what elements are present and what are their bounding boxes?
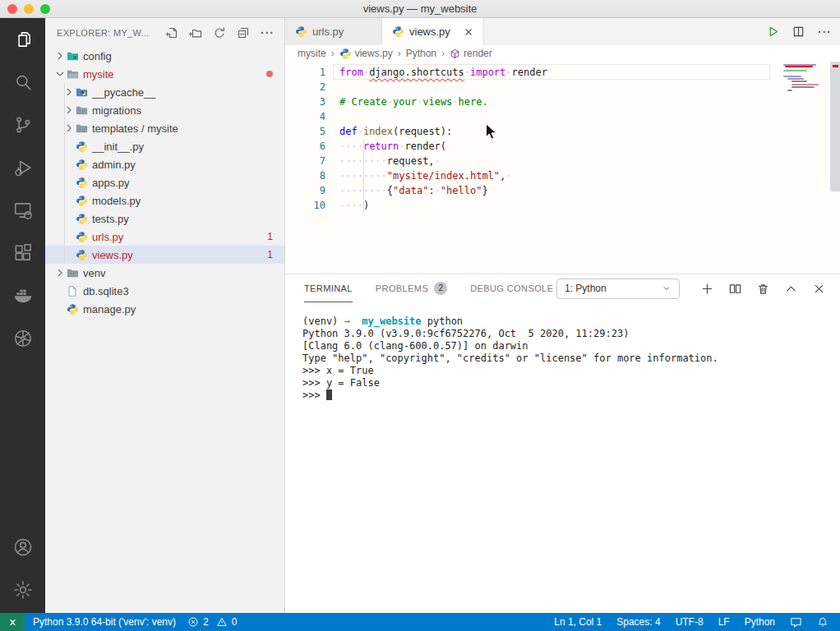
tree-item-apps-py[interactable]: apps.py [45,173,284,191]
breadcrumb-separator: › [331,48,335,59]
close-panel-icon[interactable] [813,283,825,295]
terminal-output[interactable]: (venv) → my_website pythonPython 3.9.0 (… [285,302,840,402]
code-line[interactable]: ········{"data":·"hello"} [339,183,547,198]
code-line[interactable]: ········request,· [339,154,547,168]
code-line[interactable]: ····) [339,198,547,213]
run-icon[interactable] [767,25,779,38]
tree-item-mysite[interactable]: mysite [45,65,284,83]
split-terminal-icon[interactable] [729,283,741,295]
tree-item--pycache-[interactable]: __pycache__ [45,83,284,101]
tree-item-tests-py[interactable]: tests.py [45,210,284,228]
explorer-actions: ··· [165,26,275,39]
activity-item-docker[interactable] [0,274,45,317]
line-number: 5 [285,124,325,139]
breadcrumb-label: render [464,48,492,59]
maximize-panel-icon[interactable] [785,283,797,295]
activity-bar-bottom [0,526,45,613]
close-tab-icon[interactable] [464,27,473,37]
panel-tab-label: TERMINAL [304,283,353,293]
activity-item-search[interactable] [0,61,45,104]
breadcrumb-render[interactable]: render [450,48,492,59]
activity-item-run-debug[interactable] [0,146,45,189]
bell-icon[interactable] [817,616,828,629]
new-file-icon[interactable] [165,26,178,39]
problems-status[interactable]: 2 0 [187,616,237,628]
status-spaces[interactable]: Spaces: 4 [616,616,660,628]
chevron-right-icon[interactable] [53,49,67,62]
status-ln[interactable]: Ln 1, Col 1 [554,616,602,628]
tree-indent-guide [64,83,65,264]
activity-item-settings[interactable] [0,569,45,611]
code-line[interactable]: from·django.shortcuts·import·render [339,65,547,80]
tree-item-models-py[interactable]: models.py [45,191,284,210]
panel-tab-label: PROBLEMS [376,283,428,293]
tab-views-py[interactable]: views.py [382,18,484,45]
breadcrumb-mysite[interactable]: mysite [298,48,326,59]
chevron-down-icon[interactable] [53,67,67,81]
tab-urls-py[interactable]: urls.py [285,18,382,45]
editor-scrollbar[interactable] [830,62,840,274]
chevron-right-icon[interactable] [53,266,67,279]
problem-count-badge: 1 [267,249,273,260]
refresh-icon[interactable] [213,26,226,39]
tree-item-admin-py[interactable]: admin.py [45,155,284,173]
new-terminal-icon[interactable] [701,283,713,295]
activity-item-kubernetes[interactable] [0,317,45,360]
activity-item-source-control[interactable] [0,104,45,146]
minimap-line [783,76,801,77]
code-line[interactable]: ····return·render( [339,139,547,154]
minimap-error-underline [785,66,813,67]
feedback-icon[interactable] [790,616,802,629]
more-actions-icon[interactable]: ··· [818,28,832,36]
code-editor[interactable]: 12345678910 from·django.shortcuts·import… [285,62,840,274]
status-utf-8[interactable]: UTF-8 [676,616,704,628]
tree-item-urls-py[interactable]: urls.py1 [45,228,284,246]
new-folder-icon[interactable] [189,26,202,39]
breadcrumb-views-py[interactable]: views.py [339,48,393,60]
tree-item-views-py[interactable]: views.py1 [45,246,284,264]
tree-item-label: views.py [92,249,133,261]
terminal-selector[interactable]: 1: Python [556,279,680,299]
kill-terminal-icon[interactable] [757,283,769,295]
line-number: 10 [285,198,325,213]
tab-label: views.py [409,25,450,38]
activity-item-explorer[interactable] [0,18,45,61]
code-line[interactable]: def·index(request): [339,124,547,139]
python-interpreter-status[interactable]: Python 3.9.0 64-bit ('venv': venv) [33,616,176,628]
minimap[interactable] [782,64,829,269]
remote-indicator[interactable] [0,613,25,631]
tree-item-config[interactable]: config [45,47,284,65]
window-title: views.py — my_website [363,2,478,15]
minimap-line [792,81,808,82]
breadcrumb-Python[interactable]: Python [406,48,436,59]
more-actions-icon[interactable]: ··· [261,29,275,37]
editor-tab-bar: urls.pyviews.py ··· [285,18,840,45]
scrollbar-thumb[interactable] [830,62,840,191]
tree-item-db-sqlite3[interactable]: db.sqlite3 [45,282,284,300]
panel-tab-debug-console[interactable]: DEBUG CONSOLE [470,274,553,302]
activity-item-remote-explorer[interactable] [0,189,45,232]
panel-tab-terminal[interactable]: TERMINAL [304,274,353,302]
terminal-line: >>> [302,389,840,402]
tree-item-manage-py[interactable]: manage.py [45,300,284,318]
tree-item-venv[interactable]: venv [45,264,284,282]
close-window-button[interactable] [7,4,17,14]
panel-tab-problems[interactable]: PROBLEMS2 [376,274,447,302]
code-line[interactable]: #·Create·your·views·here. [339,94,547,109]
minimize-window-button[interactable] [24,4,34,14]
activity-item-account[interactable] [0,526,45,569]
code-line[interactable] [339,109,547,124]
tree-item-migrations[interactable]: migrations [45,101,284,119]
tree-item-label: manage.py [83,303,136,316]
status-lf[interactable]: LF [718,616,730,628]
code-line[interactable]: ········"mysite/index.html",· [339,168,547,183]
tab-label: urls.py [312,25,344,38]
tree-item--init-py[interactable]: __init__.py [45,137,284,155]
collapse-all-icon[interactable] [237,26,250,39]
activity-item-extensions[interactable] [0,232,45,274]
zoom-window-button[interactable] [40,4,50,14]
split-editor-icon[interactable] [792,25,805,38]
code-line[interactable] [339,80,547,94]
status-python[interactable]: Python [745,616,775,628]
tree-item-templates-mysite[interactable]: templates / mysite [45,119,284,137]
